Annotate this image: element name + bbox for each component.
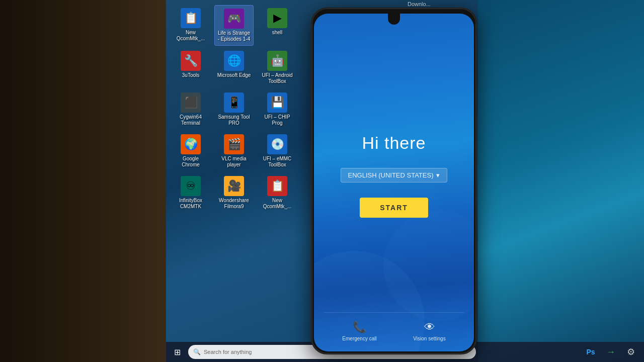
new-qcom-label: New QcomMtk_... (173, 30, 208, 42)
vlc-icon: 🎬 (224, 134, 244, 154)
desktop-icon-new-qcom[interactable]: 📋 New QcomMtk_... (171, 5, 210, 46)
left-panel (0, 0, 166, 362)
ufi-android-icon: 🤖 (267, 51, 287, 71)
samsung-icon: 📱 (224, 93, 244, 113)
photoshop-tray-icon[interactable]: Ps (583, 344, 599, 360)
eye-icon: 👁 (424, 321, 435, 334)
right-area (478, 0, 644, 362)
arrow-tray-icon[interactable]: → (603, 344, 619, 360)
language-arrow: ▾ (436, 171, 440, 179)
edge-label: Microsoft Edge (217, 72, 251, 78)
new-qcom2-label: New QcomMtk_... (260, 198, 295, 210)
greeting-text: Hi there (362, 133, 426, 153)
cygwin-label: Cygwin64 Terminal (173, 114, 208, 126)
desktop-icon-ufi-emmc[interactable]: 💿 UFI – eMMC ToolBox (258, 131, 297, 171)
emergency-call-label: Emergency call (342, 336, 376, 341)
cygwin-icon: ⬛ (181, 93, 201, 113)
infinity-icon: ♾ (181, 176, 201, 196)
vision-settings-label: Vision settings (413, 336, 445, 341)
samsung-label: Samsung Tool PRO (216, 114, 252, 126)
language-selector[interactable]: ENGLISH (UNITED STATES) ▾ (341, 168, 448, 183)
desktop-icon-vlc[interactable]: 🎬 VLC media player (214, 131, 254, 171)
phone-main: Hi there ENGLISH (UNITED STATES) ▾ START (341, 39, 448, 312)
filmora-icon: 🎥 (224, 176, 244, 196)
desktop-icon-cygwin[interactable]: ⬛ Cygwin64 Terminal (171, 89, 210, 129)
life-strange-label: Life is Strange - Episodes 1-4 (217, 30, 251, 42)
phone-body: Hi there ENGLISH (UNITED STATES) ▾ START… (311, 8, 477, 354)
desktop-icon-3utools[interactable]: 🔧 3uTools (171, 48, 210, 87)
new-qcom-icon: 📋 (181, 8, 201, 28)
desktop-icon-ufi-android[interactable]: 🤖 UFI – Android ToolBox (258, 48, 297, 87)
ufi-emmc-icon: 💿 (267, 134, 287, 154)
desktop-icon-ufi-chip[interactable]: 💾 UFI – CHIP Prog (258, 89, 297, 129)
language-label: ENGLISH (UNITED STATES) (348, 171, 434, 179)
life-strange-icon: 🎮 (224, 9, 244, 29)
windows-icon: ⊞ (174, 347, 181, 357)
chrome-label: Google Chrome (173, 156, 208, 168)
ufi-emmc-label: UFI – eMMC ToolBox (260, 156, 295, 168)
phone-content: Hi there ENGLISH (UNITED STATES) ▾ START… (314, 14, 474, 351)
phone-container: Hi there ENGLISH (UNITED STATES) ▾ START… (311, 8, 477, 354)
system-tray: Ps → ⚙ (478, 342, 644, 362)
desktop-icon-shell[interactable]: ▶ shell (258, 5, 297, 46)
desktop-icon-filmora[interactable]: 🎥 Wondershare Filmora9 (214, 173, 254, 213)
start-button-phone[interactable]: START (360, 198, 428, 218)
desktop-icon-life-strange[interactable]: 🎮 Life is Strange - Episodes 1-4 (214, 5, 254, 46)
shell-label: shell (272, 30, 283, 36)
desktop-icon-chrome[interactable]: 🌍 Google Chrome (171, 131, 210, 171)
search-icon: 🔍 (193, 348, 201, 355)
desktop-icon-edge[interactable]: 🌐 Microsoft Edge (214, 48, 254, 87)
settings-tray-icon[interactable]: ⚙ (623, 344, 639, 360)
3utools-label: 3uTools (182, 72, 199, 78)
desktop-icon-infinity[interactable]: ♾ InfinityBox CM2MTK (171, 173, 210, 213)
filmora-label: Wondershare Filmora9 (216, 198, 252, 210)
infinity-label: InfinityBox CM2MTK (173, 198, 208, 210)
vlc-label: VLC media player (216, 156, 252, 168)
start-button[interactable]: ⊞ (168, 343, 186, 361)
edge-icon: 🌐 (224, 51, 244, 71)
ufi-chip-label: UFI – CHIP Prog (260, 114, 295, 126)
shell-icon: ▶ (267, 8, 287, 28)
ufi-android-label: UFI – Android ToolBox (260, 72, 295, 84)
phone-screen: Hi there ENGLISH (UNITED STATES) ▾ START… (314, 14, 474, 351)
phone-bottom-bar: 📞 Emergency call 👁 Vision settings (324, 312, 464, 341)
phone-call-icon: 📞 (353, 321, 366, 334)
desktop-icon-new-qcom2[interactable]: 📋 New QcomMtk_... (258, 173, 297, 213)
3utools-icon: 🔧 (181, 51, 201, 71)
vision-settings-item[interactable]: 👁 Vision settings (413, 321, 445, 341)
ufi-chip-icon: 💾 (267, 93, 287, 113)
desktop-icon-samsung[interactable]: 📱 Samsung Tool PRO (214, 89, 254, 129)
chrome-icon: 🌍 (181, 134, 201, 154)
emergency-call-item[interactable]: 📞 Emergency call (342, 321, 376, 341)
new-qcom2-icon: 📋 (267, 176, 287, 196)
search-placeholder: Search for anything (204, 349, 252, 355)
